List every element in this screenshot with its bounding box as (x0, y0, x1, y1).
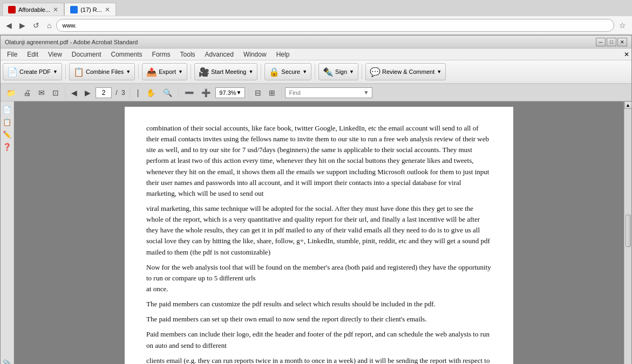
menu-bar: File Edit View Document Comments Forms T… (1, 49, 631, 60)
scroll-up-button[interactable]: ▲ (624, 101, 632, 109)
print-button[interactable]: 🖨 (21, 87, 33, 98)
create-pdf-label: Create PDF (19, 68, 51, 75)
sidebar-edit-icon[interactable]: ✏️ (2, 129, 12, 140)
review-comment-label: Review & Comment (382, 68, 434, 75)
export-label: Export (159, 68, 176, 75)
separator-2 (138, 64, 139, 79)
page-sep-5 (281, 87, 282, 99)
menu-help[interactable]: Help (272, 50, 294, 59)
separator-3 (191, 64, 191, 79)
back-button[interactable]: ◀ (3, 20, 15, 31)
menu-comments[interactable]: Comments (107, 50, 147, 59)
page-number-input[interactable] (96, 87, 112, 98)
zoom-out-button[interactable]: ➖ (182, 87, 196, 98)
combine-files-button[interactable]: 📋 Combine Files ▼ (69, 63, 135, 80)
address-bar[interactable] (56, 19, 614, 32)
secure-icon: 🔒 (269, 67, 280, 77)
start-meeting-button[interactable]: 🎥 Start Meeting ▼ (194, 63, 257, 80)
secure-label: Secure (281, 68, 300, 75)
create-pdf-button[interactable]: 📄 Create PDF ▼ (3, 63, 62, 80)
page-sep-4 (248, 87, 249, 99)
review-comment-button[interactable]: 💬 Review & Comment ▼ (365, 63, 446, 80)
export-arrow: ▼ (178, 69, 183, 74)
zoom-in2-button[interactable]: ➕ (199, 87, 213, 98)
tab-1-close[interactable]: ✕ (53, 6, 58, 13)
zoom-display[interactable]: 97.3% ▼ (215, 87, 245, 98)
find-arrow: ▼ (363, 90, 369, 95)
sidebar-bookmarks-icon[interactable]: 📋 (2, 116, 12, 127)
create-pdf-icon: 📄 (7, 67, 18, 77)
menu-document[interactable]: Document (67, 50, 106, 59)
export-button[interactable]: 📤 Export ▼ (142, 63, 187, 80)
fit-width-button[interactable]: ⊟ (252, 87, 264, 98)
actual-size-button[interactable]: ⊞ (266, 87, 278, 98)
browser-nav: ◀ ▶ ↺ ⌂ ☆ (0, 16, 632, 35)
menu-window[interactable]: Window (239, 50, 271, 59)
tab-2[interactable]: (17) R... ✕ (64, 3, 116, 16)
acrobat-window: Olatunji agreenment.pdf - Adobe Acrobat … (0, 35, 632, 364)
pdf-para-4: The paid members can customize the pdf r… (146, 299, 492, 310)
separator-1 (65, 64, 66, 79)
menu-tools[interactable]: Tools (176, 50, 200, 59)
sidebar-pages-icon[interactable]: 📄 (2, 104, 12, 115)
tab-bar: Affordable... ✕ (17) R... ✕ (0, 0, 632, 16)
minimize-button[interactable]: ─ (596, 38, 606, 46)
pdf-area: combination of their social accounts, li… (14, 101, 624, 364)
scroll-thumb[interactable] (626, 215, 631, 247)
menu-view[interactable]: View (44, 50, 66, 59)
menu-forms[interactable]: Forms (148, 50, 175, 59)
hand-tool-button[interactable]: ✋ (144, 87, 158, 98)
menu-edit[interactable]: Edit (23, 50, 43, 59)
separator-5 (315, 64, 315, 79)
titlebar-controls: ─ □ ✕ (596, 38, 627, 46)
tab-1-favicon (8, 6, 16, 13)
tab-2-close[interactable]: ✕ (105, 6, 110, 13)
sign-icon: ✒️ (323, 67, 334, 77)
pdf-para-6: Paid members can include their logo, edi… (146, 329, 492, 351)
pdf-para-3a: Now for the web analysis tool that will … (146, 263, 491, 282)
nav-icons: ☆ (616, 20, 629, 31)
close-button[interactable]: ✕ (617, 38, 627, 46)
pdf-page: combination of their social accounts, li… (125, 107, 513, 364)
menu-file[interactable]: File (3, 50, 22, 59)
pdf-para-5: The paid members can set up their own em… (146, 314, 492, 325)
scroll-track[interactable] (625, 110, 631, 364)
email-button[interactable]: ✉ (36, 87, 47, 98)
pdf-para-1: combination of their social accounts, li… (146, 123, 492, 199)
home-button[interactable]: ⌂ (44, 20, 54, 31)
sign-arrow: ▼ (349, 69, 354, 74)
bookmark-button[interactable]: ☆ (616, 20, 629, 31)
find-bar[interactable]: ▼ (285, 87, 372, 98)
forward-button[interactable]: ▶ (17, 20, 28, 31)
panel-close-button[interactable]: ✕ (624, 51, 629, 58)
total-pages: 3 (121, 89, 125, 97)
tab-1-label: Affordable... (18, 6, 50, 13)
review-comment-icon: 💬 (370, 67, 380, 77)
next-page-button[interactable]: ▶ (82, 87, 93, 98)
zoom-in-button[interactable]: 🔍 (160, 87, 175, 98)
prev-page-button[interactable]: ◀ (69, 87, 80, 98)
pdf-para-7: clients email (e.g. they can run reports… (146, 355, 492, 364)
acrobat-titlebar: Olatunji agreenment.pdf - Adobe Acrobat … (1, 36, 631, 49)
fit-page-button[interactable]: ⊡ (50, 87, 62, 98)
folder-button[interactable]: 📁 (4, 87, 18, 98)
pdf-para-2: viral marketing, this same technique wil… (146, 203, 492, 258)
menu-advanced[interactable]: Advanced (201, 50, 238, 59)
cursor-tool-button[interactable]: | (134, 87, 142, 98)
separator-6 (362, 64, 362, 79)
sidebar-attachment-icon[interactable]: 📎 (2, 358, 12, 364)
right-scrollbar: ▲ ▼ (624, 101, 631, 364)
tab-1[interactable]: Affordable... ✕ (2, 3, 64, 16)
sign-button[interactable]: ✒️ Sign ▼ (318, 63, 358, 80)
acrobat-title: Olatunji agreenment.pdf - Adobe Acrobat … (5, 39, 138, 45)
secure-button[interactable]: 🔒 Secure ▼ (264, 63, 311, 80)
find-input[interactable] (289, 90, 363, 96)
tab-2-favicon (70, 6, 78, 13)
maximize-button[interactable]: □ (607, 38, 616, 46)
review-comment-arrow: ▼ (437, 69, 441, 74)
page-sep-1 (65, 87, 65, 99)
reload-button[interactable]: ↺ (30, 20, 42, 31)
pdf-para-3b: at once. (146, 285, 168, 293)
sidebar-help-icon[interactable]: ❓ (2, 141, 12, 152)
start-meeting-icon: 🎥 (199, 67, 209, 77)
